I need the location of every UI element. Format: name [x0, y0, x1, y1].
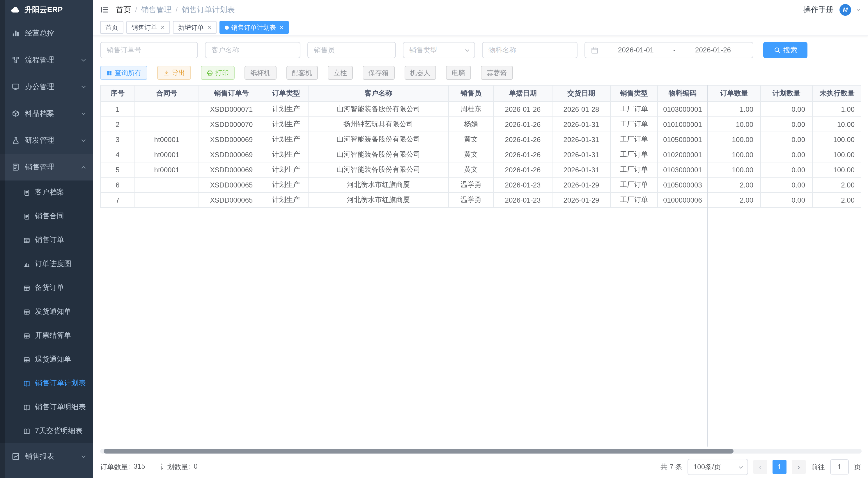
column-header-交货日期[interactable]: 交货日期 — [552, 85, 610, 101]
table-cell: 0105000001 — [657, 132, 708, 147]
download-icon — [163, 69, 169, 76]
quick-filter-保存箱[interactable]: 保存箱 — [363, 66, 395, 80]
table-cell: 2026-01-28 — [552, 101, 610, 117]
tab-销售订单计划表[interactable]: 销售订单计划表× — [219, 21, 289, 34]
sidebar-item-流程管理[interactable]: 流程管理 — [0, 47, 93, 73]
sidebar-item-经营总控[interactable]: 经营总控 — [0, 20, 93, 47]
export-button[interactable]: 导出 — [157, 66, 191, 80]
quick-filter-蒜蓉酱[interactable]: 蒜蓉酱 — [481, 66, 513, 80]
customer-input[interactable] — [205, 42, 300, 58]
search-button[interactable]: 搜索 — [763, 42, 807, 58]
sidebar-subitem-开票结算单[interactable]: 开票结算单 — [0, 324, 93, 348]
scrollbar-thumb[interactable] — [104, 449, 734, 453]
print-button[interactable]: 打印 — [201, 66, 235, 80]
breadcrumb-item[interactable]: 销售管理 — [141, 4, 172, 15]
table-cell: 2026-01-31 — [552, 132, 610, 147]
quick-filter-电脑[interactable]: 电脑 — [446, 66, 471, 80]
sidebar-subitem-订单进度图[interactable]: 订单进度图 — [0, 252, 93, 276]
grid-icon — [23, 285, 30, 291]
sidebar-item-研发管理[interactable]: 研发管理 — [0, 127, 93, 154]
table-row[interactable]: 6XSDD000065计划生产河北衡水市红旗商厦温学勇2026-01-23202… — [100, 177, 861, 192]
sidebar-subitem-销售合同[interactable]: 销售合同 — [0, 204, 93, 228]
tab-销售订单[interactable]: 销售订单× — [126, 21, 170, 34]
date-end[interactable]: 2026-01-26 — [679, 46, 747, 54]
table-row[interactable]: 2XSDD000070计划生产扬州钟艺玩具有限公司杨娟2026-01-26202… — [100, 117, 861, 132]
column-header-单据日期[interactable]: 单据日期 — [493, 85, 552, 101]
sidebar-item-销售报表[interactable]: 销售报表 — [0, 443, 93, 470]
close-tab-icon[interactable]: × — [161, 24, 165, 31]
breadcrumb-item[interactable]: 首页 — [116, 4, 131, 15]
topbar-right: 操作手册 M — [803, 4, 860, 16]
table-cell: 0100000006 — [657, 192, 708, 208]
chevron-down-icon — [82, 84, 86, 88]
collapse-sidebar-icon[interactable] — [100, 5, 109, 14]
breadcrumb-item[interactable]: 销售订单计划表 — [182, 4, 235, 15]
order-no-input[interactable] — [100, 42, 198, 58]
table-row[interactable]: 1XSDD000071计划生产山河智能装备股份有限公司周桂东2026-01-26… — [100, 101, 861, 117]
avatar[interactable]: M — [839, 4, 851, 16]
column-header-订单类型[interactable]: 订单类型 — [264, 85, 308, 101]
column-header-物料编码[interactable]: 物料编码 — [657, 85, 708, 101]
column-header-销售员[interactable]: 销售员 — [448, 85, 493, 101]
table-cell: XSDD000065 — [199, 177, 264, 192]
table-cell: 0101000001 — [657, 117, 708, 132]
page-size-select[interactable]: 100条/页 — [687, 459, 748, 475]
table-cell: 工厂订单 — [610, 192, 657, 208]
material-input[interactable] — [482, 42, 578, 58]
date-start[interactable]: 2026-01-01 — [602, 46, 670, 54]
close-tab-icon[interactable]: × — [207, 24, 211, 31]
sidebar-subitem-7天交货明细表[interactable]: 7天交货明细表 — [0, 419, 93, 443]
column-header-计划数量[interactable]: 计划数量 — [761, 85, 812, 101]
sidebar-subitem-label: 销售订单明细表 — [35, 402, 86, 412]
salesman-input[interactable] — [307, 42, 396, 58]
sidebar-item-label: 销售报表 — [25, 451, 54, 461]
sales-type-select[interactable]: 销售类型 — [403, 42, 475, 58]
column-header-客户名称[interactable]: 客户名称 — [308, 85, 448, 101]
column-header-未执行数量[interactable]: 未执行数量 — [812, 85, 861, 101]
summary: 订单数量:315 计划数量:0 — [100, 462, 198, 472]
tab-首页[interactable]: 首页 — [100, 21, 123, 34]
sidebar-subitem-客户档案[interactable]: 客户档案 — [0, 180, 93, 204]
date-separator: - — [673, 46, 676, 54]
date-range-picker[interactable]: 2026-01-01 - 2026-01-26 — [585, 42, 753, 58]
table-row[interactable]: 3ht00001XSDD000069计划生产山河智能装备股份有限公司黄文2026… — [100, 132, 861, 147]
quick-filter-配套机[interactable]: 配套机 — [286, 66, 318, 80]
sidebar-item-办公管理[interactable]: 办公管理 — [0, 73, 93, 100]
column-header-订单数量[interactable]: 订单数量 — [708, 85, 761, 101]
sidebar-subitem-销售订单明细表[interactable]: 销售订单明细表 — [0, 395, 93, 419]
prev-page-button[interactable]: ‹ — [753, 460, 767, 474]
quick-filter-纸杯机[interactable]: 纸杯机 — [245, 66, 276, 80]
table-cell: 工厂订单 — [610, 132, 657, 147]
sidebar-subitem-发货通知单[interactable]: 发货通知单 — [0, 300, 93, 324]
table-cell: 2026-01-31 — [552, 117, 610, 132]
app-logo[interactable]: 升阳云ERP — [0, 0, 93, 20]
quick-filter-立柱[interactable]: 立柱 — [328, 66, 353, 80]
fixed-columns-divider — [707, 85, 708, 447]
column-header-序号[interactable]: 序号 — [100, 85, 135, 101]
table-cell: 山河智能装备股份有限公司 — [308, 162, 448, 177]
sidebar-item-销售管理[interactable]: 销售管理 — [0, 154, 93, 180]
table-row[interactable]: 4ht00001XSDD000069计划生产山河智能装备股份有限公司黄文2026… — [100, 147, 861, 162]
table-cell: 7 — [100, 192, 135, 208]
column-header-销售类型[interactable]: 销售类型 — [610, 85, 657, 101]
table-row[interactable]: 5ht00001XSDD000069计划生产山河智能装备股份有限公司黄文2026… — [100, 162, 861, 177]
sidebar-item-料品档案[interactable]: 料品档案 — [0, 100, 93, 127]
column-header-销售订单号[interactable]: 销售订单号 — [199, 85, 264, 101]
sidebar-subitem-退货通知单[interactable]: 退货通知单 — [0, 348, 93, 371]
next-page-button[interactable]: › — [792, 460, 806, 474]
query-all-button[interactable]: 查询所有 — [100, 66, 147, 80]
column-header-合同号[interactable]: 合同号 — [135, 85, 199, 101]
sidebar-subitem-备货订单[interactable]: 备货订单 — [0, 276, 93, 300]
cloud-logo-icon — [10, 5, 20, 14]
goto-page-input[interactable] — [830, 459, 849, 475]
sidebar-subitem-销售订单[interactable]: 销售订单 — [0, 228, 93, 252]
chevron-down-icon[interactable] — [856, 7, 861, 11]
current-page[interactable]: 1 — [773, 460, 786, 474]
sidebar-subitem-销售订单计划表[interactable]: 销售订单计划表 — [0, 371, 93, 395]
horizontal-scrollbar[interactable] — [100, 449, 862, 453]
quick-filter-机器人[interactable]: 机器人 — [404, 66, 436, 80]
tab-新增订单[interactable]: 新增订单× — [173, 21, 217, 34]
close-tab-icon[interactable]: × — [279, 24, 283, 31]
table-row[interactable]: 7XSDD000065计划生产河北衡水市红旗商厦温学勇2026-01-23202… — [100, 192, 861, 208]
manual-link[interactable]: 操作手册 — [803, 4, 834, 15]
